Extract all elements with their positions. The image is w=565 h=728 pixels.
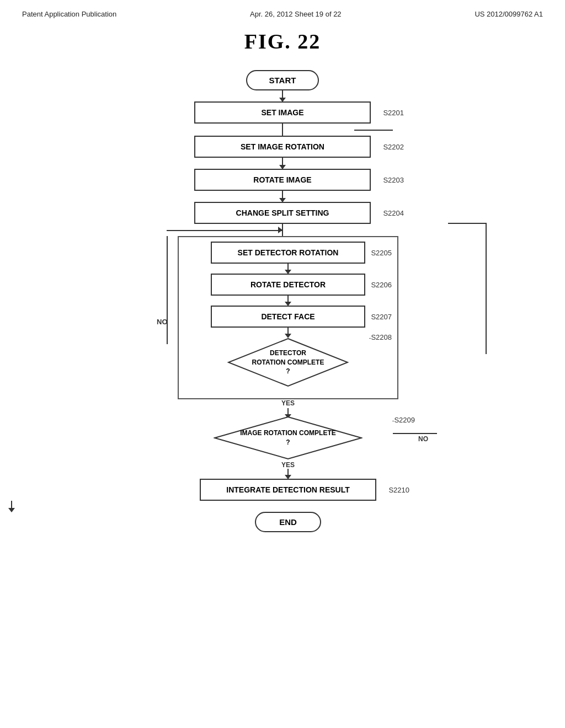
arrow-s2206-s2207 xyxy=(287,296,289,306)
no-label: NO xyxy=(157,318,168,326)
arrow-s2202-s2203 xyxy=(282,158,283,169)
arrow-s2201-s2202-area xyxy=(172,124,393,136)
step-s2210-label: S2210 xyxy=(388,486,409,494)
step-s2205-label: S2205 xyxy=(371,249,392,257)
start-oval: START xyxy=(246,70,319,90)
yes-label-s2209: YES xyxy=(281,461,295,469)
step-s2209-row: -S2209 IMAGE ROTATION COMPLETE? NO xyxy=(139,416,437,460)
step-s2204-row: CHANGE SPLIT SETTING S2204 xyxy=(156,202,409,224)
step-s2203: ROTATE IMAGE xyxy=(194,169,371,191)
no-right-area: NO xyxy=(393,433,437,443)
step-s2201-row: SET IMAGE S2201 xyxy=(156,101,409,124)
inner-group-box: SET DETECTOR ROTATION S2205 ROTATE DETEC… xyxy=(178,236,398,399)
no-label-s2209: NO xyxy=(418,435,428,443)
yes-area-s2209: YES xyxy=(161,460,415,479)
end-node: END xyxy=(161,512,415,532)
group-container: NO SET DETECTOR ROTATION S2205 ROTATE DE… xyxy=(156,236,409,399)
step-s2202-row: SET IMAGE ROTATION S2202 xyxy=(156,136,409,158)
yes-arrow-s2208: YES xyxy=(161,399,415,416)
step-s2208-diamond: DETECTORROTATION COMPLETE? xyxy=(227,338,349,387)
step-s2205: SET DETECTOR ROTATION xyxy=(211,242,365,264)
step-s2204-label: S2204 xyxy=(383,209,404,217)
start-node: START xyxy=(172,70,393,90)
arrow-s2210-end xyxy=(11,501,12,512)
step-s2209-ref: -S2209 xyxy=(392,416,415,424)
step-s2203-label: S2203 xyxy=(383,176,404,184)
step-s2208-row: -S2208 DETECTORROTATION COMPLETE? xyxy=(183,338,393,387)
step-s2210-row: INTEGRATE DETECTION RESULT S2210 xyxy=(161,479,415,501)
step-s2207-row: DETECT FACE S2207 xyxy=(183,306,393,328)
header-center: Apr. 26, 2012 Sheet 19 of 22 xyxy=(250,10,342,18)
step-s2202: SET IMAGE ROTATION xyxy=(194,136,371,158)
header-right: US 2012/0099762 A1 xyxy=(475,10,543,18)
flowchart: START SET IMAGE S2201 SET IMAGE ROTATION… xyxy=(0,70,565,554)
step-s2202-label: S2202 xyxy=(383,143,404,151)
header-left: Patent Application Publication xyxy=(22,10,116,18)
step-s2207: DETECT FACE xyxy=(211,306,365,328)
arrow-s2204-s2205-area xyxy=(156,224,409,236)
arrow-s2203-s2204 xyxy=(282,191,283,202)
end-oval: END xyxy=(255,512,321,532)
no-feedback-h-line xyxy=(167,230,282,231)
yes-arrow-s2209 xyxy=(287,469,289,479)
step-s2207-label: S2207 xyxy=(371,313,392,321)
no-right-top-h xyxy=(448,223,487,224)
page-header: Patent Application Publication Apr. 26, … xyxy=(0,0,565,24)
yes-label-s2208: YES xyxy=(281,399,295,407)
step-s2206: ROTATE DETECTOR xyxy=(211,274,365,296)
feedback-line-top xyxy=(354,130,393,131)
s2208-text: DETECTORROTATION COMPLETE? xyxy=(252,349,324,376)
step-s2205-row: SET DETECTOR ROTATION S2205 xyxy=(183,242,393,264)
s2209-text: IMAGE ROTATION COMPLETE? xyxy=(240,429,336,447)
step-s2209-diamond: IMAGE ROTATION COMPLETE? xyxy=(214,416,363,460)
arrow-s2207-s2208 xyxy=(287,328,289,338)
no-left-line xyxy=(167,236,168,344)
figure-title: FIG. 22 xyxy=(0,29,565,53)
step-s2201-label: S2201 xyxy=(383,109,404,117)
no-right-feedback-line xyxy=(486,223,487,354)
step-s2201: SET IMAGE xyxy=(194,101,371,124)
arrow-start-s2201 xyxy=(282,90,283,101)
step-s2208-label: -S2208 xyxy=(369,333,392,341)
step-s2203-row: ROTATE IMAGE S2203 xyxy=(156,169,409,191)
step-s2204: CHANGE SPLIT SETTING xyxy=(194,202,371,224)
no-h-line xyxy=(393,433,437,434)
no-arrow-head xyxy=(278,227,282,233)
step-s2206-label: S2206 xyxy=(371,281,392,289)
arrow-s2205-s2206 xyxy=(287,264,289,274)
step-s2206-row: ROTATE DETECTOR S2206 xyxy=(183,274,393,296)
arrow-line xyxy=(282,124,283,136)
step-s2210: INTEGRATE DETECTION RESULT xyxy=(200,479,376,501)
